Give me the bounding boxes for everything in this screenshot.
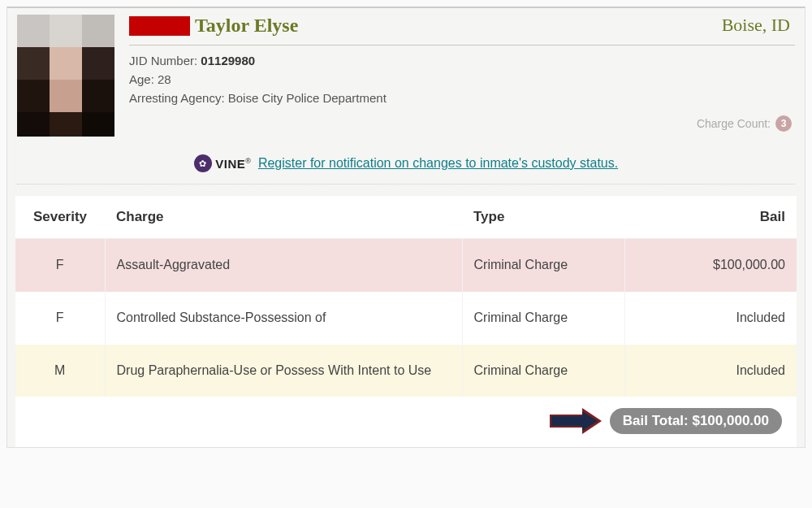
- charge-count: Charge Count: 3: [697, 115, 792, 132]
- cell-type: Criminal Charge: [462, 292, 624, 345]
- jid-label: JID Number:: [129, 54, 201, 67]
- col-type: Type: [462, 196, 624, 239]
- inmate-card: Taylor Elyse Boise, ID JID Number: 01129…: [6, 7, 806, 448]
- cell-type: Criminal Charge: [462, 345, 624, 397]
- charge-count-badge: 3: [775, 115, 792, 132]
- cell-bail: Included: [624, 292, 797, 345]
- cell-severity: F: [15, 239, 105, 292]
- inmate-name: Taylor Elyse: [195, 15, 298, 37]
- col-severity: Severity: [15, 196, 105, 239]
- agency-label: Arresting Agency:: [129, 91, 228, 105]
- cell-charge: Assault-Aggravated: [105, 239, 462, 292]
- name-row: Taylor Elyse Boise, ID: [129, 15, 795, 46]
- charges-table: Severity Charge Type Bail F Assault-Aggr…: [15, 196, 797, 397]
- bail-total-pill: Bail Total: $100,000.00: [610, 408, 782, 434]
- header-row: Taylor Elyse Boise, ID JID Number: 01129…: [7, 8, 805, 146]
- table-row: M Drug Paraphernalia-Use or Possess With…: [15, 345, 797, 397]
- jid-line: JID Number: 01129980: [129, 54, 795, 67]
- cell-bail: $100,000.00: [624, 239, 797, 292]
- cell-charge: Drug Paraphernalia-Use or Possess With I…: [105, 345, 462, 397]
- jid-value: 01129980: [201, 54, 255, 67]
- agency-value: Boise City Police Department: [228, 91, 387, 105]
- table-row: F Assault-Aggravated Criminal Charge $10…: [15, 239, 797, 292]
- bail-total-label: Bail Total:: [623, 413, 693, 428]
- cell-severity: M: [15, 345, 105, 397]
- col-bail: Bail: [624, 196, 797, 239]
- total-row: Bail Total: $100,000.00: [15, 397, 797, 447]
- vine-icon: ✿: [194, 154, 212, 172]
- age-value: 28: [158, 72, 171, 86]
- vine-brand: VINE®: [215, 157, 251, 171]
- header-info: Taylor Elyse Boise, ID JID Number: 01129…: [114, 15, 795, 137]
- cell-type: Criminal Charge: [462, 239, 624, 292]
- arrow-icon: [550, 410, 602, 432]
- age-line: Age: 28: [129, 72, 795, 86]
- cell-charge: Controlled Substance-Possession of: [105, 292, 462, 345]
- vine-row: ✿ VINE® Register for notification on cha…: [17, 146, 795, 185]
- vine-link[interactable]: Register for notification on changes to …: [258, 156, 618, 170]
- table-header-row: Severity Charge Type Bail: [15, 196, 797, 239]
- charge-count-label: Charge Count:: [697, 117, 771, 130]
- agency-line: Arresting Agency: Boise City Police Depa…: [129, 91, 795, 105]
- cell-bail: Included: [624, 345, 797, 397]
- location: Boise, ID: [722, 15, 795, 36]
- bail-total-value: $100,000.00: [692, 413, 769, 428]
- age-label: Age:: [129, 72, 158, 86]
- redacted-block: [129, 16, 190, 36]
- inmate-photo: [17, 15, 114, 137]
- cell-severity: F: [15, 292, 105, 345]
- col-charge: Charge: [105, 196, 462, 239]
- table-row: F Controlled Substance-Possession of Cri…: [15, 292, 797, 345]
